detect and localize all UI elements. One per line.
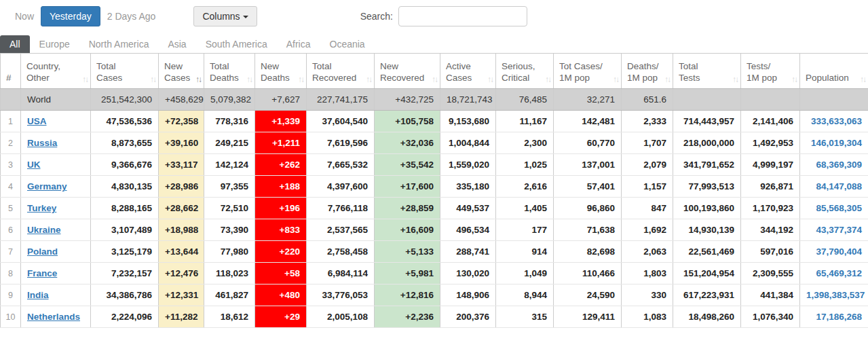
sort-icon: ↑↓ — [486, 75, 493, 84]
country-row-uk: 3UK9,366,676+33,117142,124+2627,665,532+… — [1, 154, 868, 176]
country-link[interactable]: Ukraine — [27, 225, 61, 235]
tab-africa[interactable]: Africa — [277, 35, 320, 53]
now-button[interactable]: Now — [8, 7, 41, 26]
header-tests_per_1m[interactable]: Tests/ 1M pop↑↓ — [741, 54, 800, 89]
tab-all[interactable]: All — [0, 35, 30, 53]
cell-total_cases: 34,386,786 — [91, 284, 159, 306]
country-row-germany: 4Germany4,830,135+28,98697,355+1884,397,… — [1, 176, 868, 198]
cell-serious_critical: 8,944 — [496, 284, 554, 306]
header-total_recovered[interactable]: Total Recovered↑↓ — [307, 54, 375, 89]
population-link[interactable]: 17,186,268 — [816, 312, 862, 322]
cell-serious_critical: 914 — [496, 241, 554, 263]
country-link[interactable]: Poland — [27, 246, 58, 257]
tab-europe[interactable]: Europe — [30, 35, 79, 53]
header-label-total_tests: Total Tests — [679, 61, 700, 84]
population-link[interactable]: 84,147,088 — [816, 181, 862, 191]
header-population[interactable]: Population↑↓ — [800, 54, 868, 89]
table-header-row: #Country, Other↑↓Total Cases↑↓New Cases↑… — [1, 54, 868, 89]
cell-rank: 4 — [1, 176, 21, 198]
sort-icon: ↑↓ — [731, 75, 738, 84]
cell-total_tests: 714,443,957 — [673, 111, 741, 132]
population-link[interactable]: 85,568,305 — [816, 203, 862, 213]
sort-icon: ↑↓ — [790, 75, 797, 84]
cell-active_cases: 335,180 — [440, 176, 496, 198]
cell-deaths_per_1m: 651.6 — [622, 89, 673, 111]
population-link[interactable]: 146,019,304 — [811, 138, 862, 148]
population-link[interactable]: 333,633,063 — [811, 116, 862, 126]
country-link[interactable]: Netherlands — [27, 312, 80, 322]
cell-new_deaths: +833 — [255, 219, 307, 241]
header-serious_critical[interactable]: Serious, Critical↑↓ — [496, 54, 554, 89]
country-link[interactable]: Turkey — [27, 203, 56, 213]
population-link[interactable]: 43,377,374 — [816, 225, 862, 235]
header-deaths_per_1m[interactable]: Deaths/ 1M pop↑↓ — [622, 54, 673, 89]
cell-total_deaths: 72,510 — [204, 198, 255, 219]
population-link[interactable]: 1,398,383,537 — [806, 290, 865, 300]
cell-new_deaths: +196 — [255, 198, 307, 219]
cell-population — [800, 89, 868, 111]
country-link[interactable]: India — [27, 290, 49, 300]
cell-total_deaths: 77,980 — [204, 241, 255, 263]
cell-active_cases: 496,534 — [440, 219, 496, 241]
columns-dropdown-button[interactable]: Columns — [193, 6, 257, 26]
header-label-active_cases: Active Cases — [446, 61, 472, 84]
cell-deaths_per_1m: 1,692 — [622, 219, 673, 241]
header-cases_per_1m[interactable]: Tot Cases/ 1M pop↑↓ — [554, 54, 622, 89]
search-input[interactable] — [398, 6, 527, 26]
cell-active_cases: 9,153,680 — [440, 111, 496, 132]
two-days-ago-button[interactable]: 2 Days Ago — [100, 7, 163, 26]
cell-cases_per_1m: 129,411 — [554, 306, 622, 328]
cell-total_cases: 7,232,157 — [91, 263, 159, 284]
tab-south-america[interactable]: South America — [196, 35, 277, 53]
population-link[interactable]: 65,469,312 — [816, 268, 862, 278]
population-link[interactable]: 37,790,404 — [816, 246, 862, 257]
country-link[interactable]: France — [27, 268, 57, 278]
country-link[interactable]: UK — [27, 160, 41, 170]
header-total_tests[interactable]: Total Tests↑↓ — [673, 54, 741, 89]
cell-population: 85,568,305 — [800, 198, 868, 219]
header-total_cases[interactable]: Total Cases↑↓ — [91, 54, 159, 89]
cell-country: France — [21, 263, 91, 284]
header-new_recovered[interactable]: New Recovered↑↓ — [375, 54, 440, 89]
cell-total_deaths: 778,316 — [204, 111, 255, 132]
country-link[interactable]: Russia — [27, 138, 57, 148]
cell-cases_per_1m: 60,770 — [554, 132, 622, 154]
continent-tabs: AllEuropeNorth AmericaAsiaSouth AmericaA… — [0, 33, 868, 53]
cell-total_cases: 251,542,300 — [91, 89, 159, 111]
header-active_cases[interactable]: Active Cases↑↓ — [440, 54, 496, 89]
cell-new_recovered: +32,036 — [375, 132, 440, 154]
cell-new_deaths: +1,211 — [255, 132, 307, 154]
country-link[interactable]: USA — [27, 116, 47, 126]
cell-total_tests: 18,498,260 — [673, 306, 741, 328]
country-link[interactable]: Germany — [27, 181, 67, 191]
cell-rank: 2 — [1, 132, 21, 154]
tab-north-america[interactable]: North America — [79, 35, 159, 53]
cell-population: 333,633,063 — [800, 111, 868, 132]
cell-country: World — [21, 89, 91, 111]
sort-icon: ↑↓ — [430, 75, 437, 84]
cell-total_tests: 617,223,931 — [673, 284, 741, 306]
population-link[interactable]: 68,369,309 — [816, 160, 862, 170]
header-new_cases[interactable]: New Cases↑↓ — [159, 54, 204, 89]
cell-new_cases: +72,358 — [159, 111, 204, 132]
cell-total_deaths: 249,215 — [204, 132, 255, 154]
header-new_deaths[interactable]: New Deaths↑↓ — [255, 54, 307, 89]
cell-total_recovered: 2,758,458 — [307, 241, 375, 263]
header-country[interactable]: Country, Other↑↓ — [21, 54, 91, 89]
header-total_deaths[interactable]: Total Deaths↑↓ — [204, 54, 255, 89]
tab-asia[interactable]: Asia — [158, 35, 195, 53]
cell-total_recovered: 7,766,118 — [307, 198, 375, 219]
cell-total_tests: 22,561,469 — [673, 241, 741, 263]
cell-deaths_per_1m: 330 — [622, 284, 673, 306]
cell-rank: 9 — [1, 284, 21, 306]
cell-deaths_per_1m: 847 — [622, 198, 673, 219]
sort-icon: ↑↓ — [245, 75, 252, 84]
tab-oceania[interactable]: Oceania — [320, 35, 375, 53]
cell-population: 37,790,404 — [800, 241, 868, 263]
cell-new_cases: +458,629 — [159, 89, 204, 111]
cell-new_deaths: +262 — [255, 154, 307, 176]
cell-total_tests — [673, 89, 741, 111]
yesterday-button[interactable]: Yesterday — [41, 6, 100, 26]
cell-country: Russia — [21, 132, 91, 154]
caret-down-icon — [243, 16, 248, 18]
